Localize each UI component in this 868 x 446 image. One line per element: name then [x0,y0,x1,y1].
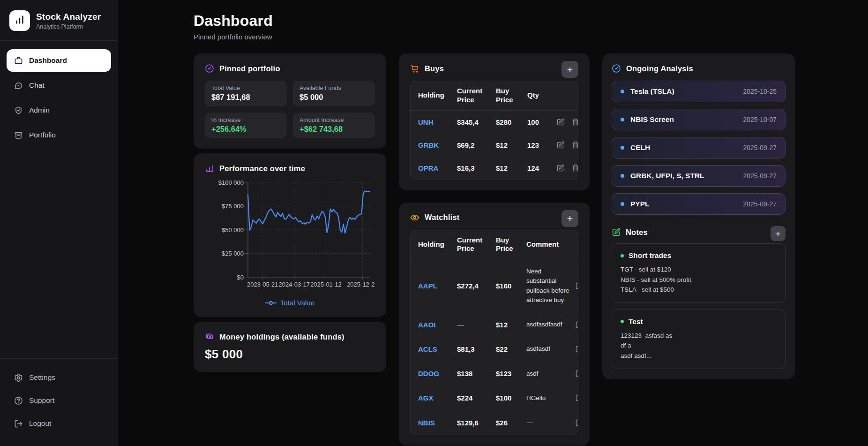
edit-icon[interactable] [575,321,578,329]
add-buy-button[interactable]: + [561,61,578,78]
stat-tile-available-funds: Available Funds$5 000 [293,81,375,106]
column-header: Current Price [457,236,496,254]
sidebar-item-logout[interactable]: Logout [7,413,111,434]
table-row: UNH$345,4$280100 [411,111,578,134]
holding-link[interactable]: ACLS [418,345,457,353]
analysis-item-nbis-screen[interactable]: NBIS Screen2025-10-07 [612,109,786,130]
edit-icon[interactable] [556,118,564,126]
sidebar-item-label: Portfolio [29,131,56,139]
column-header: Buy Price [496,87,527,105]
edit-icon[interactable] [556,141,564,149]
edit-icon[interactable] [575,282,578,290]
sidebar-item-admin[interactable]: Admin [7,99,111,121]
sidebar-item-dashboard[interactable]: Dashboard [7,49,111,72]
bullet-dot-icon [621,254,624,257]
svg-text:2025-01-12: 2025-01-12 [310,281,342,288]
sidebar-item-portfolio[interactable]: Portfolio [7,124,111,146]
add-watchlist-button[interactable]: + [561,210,578,227]
holding-link[interactable]: AAOI [418,321,457,329]
delete-icon[interactable] [572,118,578,126]
sidebar-item-settings[interactable]: Settings [7,367,111,388]
bullet-dot-icon [621,146,624,150]
stat-value: $5 000 [299,93,368,102]
stat-label: Amount Increase [299,117,368,123]
stat-tile-total-value: Total Value$87 191,68 [205,81,287,106]
shield-check-icon [14,106,23,115]
buys-table: HoldingCurrent PriceBuy PriceQtyUNH$345,… [410,81,578,180]
ongoing-analysis-title: Ongoing Analysis [626,64,693,73]
svg-text:$0: $0 [237,274,244,281]
edit-icon[interactable] [575,345,578,353]
table-row: AGX$224$100HGello [411,386,578,410]
analysis-date: 2025-10-25 [743,88,777,95]
analysis-name: GRBK, UFPI, S, STRL [630,172,704,180]
analysis-item-grbk-ufpi-s-strl[interactable]: GRBK, UFPI, S, STRL2025-09-27 [612,165,786,187]
bar-chart-icon [15,15,25,27]
app-logo [9,10,30,31]
pinned-portfolio-title: Pinned portfolio [219,64,280,73]
add-note-button[interactable]: + [771,226,786,241]
edit-icon[interactable] [575,370,578,378]
buy-price-cell: $22 [496,345,526,353]
edit-icon[interactable] [556,164,564,172]
buy-price-cell: $12 [496,141,527,149]
table-row: NBIS$129,6$26— [411,410,578,435]
stat-label: % Increase [211,117,280,123]
holding-link[interactable]: UNH [418,118,457,126]
analysis-date: 2025-10-07 [743,116,777,123]
table-row: OPRA$16,3$12124 [411,157,578,180]
holding-link[interactable]: DDOG [418,370,457,378]
current-price-cell: $224 [457,394,496,402]
edit-icon[interactable] [575,419,578,427]
current-price-cell: $69,2 [457,141,496,149]
qty-cell: 100 [527,118,556,126]
stat-label: Total Value [211,85,280,91]
buy-price-cell: $26 [496,419,526,427]
delete-icon[interactable] [572,164,578,172]
analysis-item-pypl[interactable]: PYPL2025-09-27 [612,193,786,215]
page-subtitle: Pinned portfolio overview [194,33,868,41]
svg-text:$100 000: $100 000 [218,179,244,186]
analysis-item-celh[interactable]: CELH2025-09-27 [612,137,786,159]
holding-link[interactable]: AGX [418,394,457,402]
sidebar-item-label: Dashboard [29,56,67,65]
qty-cell: 123 [527,141,556,149]
app-tagline: Analytics Platform [36,23,101,30]
sidebar-item-support[interactable]: Support [7,390,111,411]
svg-text:$25 000: $25 000 [222,250,244,257]
chart-legend[interactable]: Total Value [205,299,375,307]
edit-icon[interactable] [575,394,578,402]
holding-link[interactable]: NBIS [418,419,457,427]
bar-chart-icon [205,164,214,173]
column-header: Current Price [457,87,496,105]
buys-title: Buys [425,64,444,73]
comment-cell: asdf [526,369,575,378]
buy-price-cell: $160 [496,282,526,290]
analysis-item-tesla-tsla[interactable]: Tesla (TSLA)2025-10-25 [612,81,786,102]
legend-marker-icon [265,301,277,305]
column-header: Comment [526,240,575,249]
note-test[interactable]: Test123123 asfasd as df a asdf asdf... [612,310,786,369]
bullet-dot-icon [621,320,624,323]
current-price-cell: $81,3 [457,345,496,353]
table-header-row: HoldingCurrent PriceBuy PriceComment [411,230,578,260]
analysis-date: 2025-09-27 [743,200,777,208]
delete-icon[interactable] [572,141,578,149]
analysis-name: PYPL [630,200,649,208]
sidebar-item-chat[interactable]: Chat [7,74,111,97]
note-short-trades[interactable]: Short tradesTGT - sell at $120 NBIS - se… [612,243,786,303]
stat-tile-increase: % Increase+256.64% [205,113,287,138]
row-actions [575,370,578,378]
holding-link[interactable]: OPRA [418,164,457,172]
sidebar-item-label: Chat [29,81,45,90]
buy-price-cell: $280 [496,118,527,126]
main-content: Dashboard Pinned portfolio overview Pinn… [118,0,868,446]
holding-link[interactable]: GRBK [418,141,457,149]
analysis-notes-card: Ongoing Analysis Tesla (TSLA)2025-10-25N… [602,53,795,379]
current-price-cell: $138 [457,370,496,378]
circle-check-icon [612,64,621,73]
buy-price-cell: $12 [496,321,526,329]
holding-link[interactable]: AAPL [418,282,457,290]
money-holdings-card: Money holdings (available funds) $5 000 [194,322,386,372]
sidebar-item-label: Admin [29,106,50,114]
